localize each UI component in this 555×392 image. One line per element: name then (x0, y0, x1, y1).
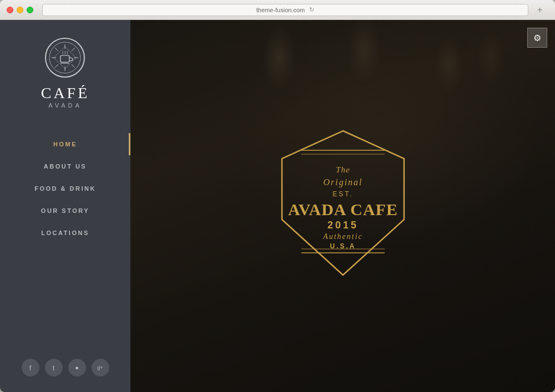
settings-gear-button[interactable]: ⚙ (527, 28, 547, 48)
browser-titlebar: theme-fusion.com ↻ + (0, 0, 555, 20)
svg-text:Original: Original (323, 177, 362, 187)
logo-emblem (48, 41, 82, 74)
instagram-icon[interactable]: ● (68, 359, 86, 376)
svg-text:AVADA CAFE: AVADA CAFE (287, 200, 397, 218)
social-icons-group: f t ● g+ (22, 359, 109, 376)
logo-area: CAFÉ AVADA (41, 20, 90, 122)
window-controls (7, 7, 33, 13)
nav-item-locations[interactable]: LOCATIONS (0, 222, 130, 244)
brand-name: CAFÉ (41, 85, 90, 101)
hero-area: ⚙ The Original (130, 20, 555, 392)
maximize-button[interactable] (27, 7, 33, 13)
stamp-badge: The Original EST. AVADA CAFE 2015 Authen… (271, 120, 415, 286)
svg-rect-10 (60, 55, 69, 62)
address-bar[interactable]: theme-fusion.com ↻ (42, 4, 528, 16)
browser-window: theme-fusion.com ↻ + (0, 0, 555, 392)
nav-item-food[interactable]: FOOD & DRINK (0, 177, 130, 200)
twitter-icon[interactable]: t (45, 359, 63, 376)
refresh-icon[interactable]: ↻ (309, 6, 314, 13)
svg-line-6 (72, 64, 75, 68)
svg-line-8 (55, 64, 58, 68)
nav-item-about[interactable]: ABOUT US (0, 155, 130, 177)
svg-text:Authentic: Authentic (322, 232, 363, 241)
svg-line-7 (72, 48, 75, 51)
sidebar: CAFÉ AVADA HOME ABOUT US FOOD & DRINK OU… (0, 20, 130, 392)
brand-sub: AVADA (48, 102, 82, 109)
svg-text:2015: 2015 (327, 220, 358, 231)
nav-item-home[interactable]: HOME (0, 133, 130, 155)
gear-icon: ⚙ (533, 33, 541, 43)
url-text: theme-fusion.com (256, 7, 305, 13)
svg-line-5 (55, 48, 58, 51)
svg-text:U.S.A: U.S.A (330, 242, 356, 250)
nav-item-story[interactable]: OUR STORY (0, 200, 130, 222)
close-button[interactable] (7, 7, 13, 13)
facebook-icon[interactable]: f (22, 359, 39, 376)
new-tab-button[interactable]: + (537, 5, 542, 14)
cafe-badge-svg: The Original EST. AVADA CAFE 2015 Authen… (271, 120, 415, 286)
logo-circle (45, 38, 85, 78)
browser-actions: + (537, 5, 548, 15)
nav-menu: HOME ABOUT US FOOD & DRINK OUR STORY LOC… (0, 133, 130, 244)
svg-text:The: The (336, 165, 350, 174)
svg-text:EST.: EST. (332, 190, 353, 198)
google-plus-icon[interactable]: g+ (92, 359, 109, 376)
minimize-button[interactable] (17, 7, 23, 13)
browser-content: CAFÉ AVADA HOME ABOUT US FOOD & DRINK OU… (0, 20, 555, 392)
